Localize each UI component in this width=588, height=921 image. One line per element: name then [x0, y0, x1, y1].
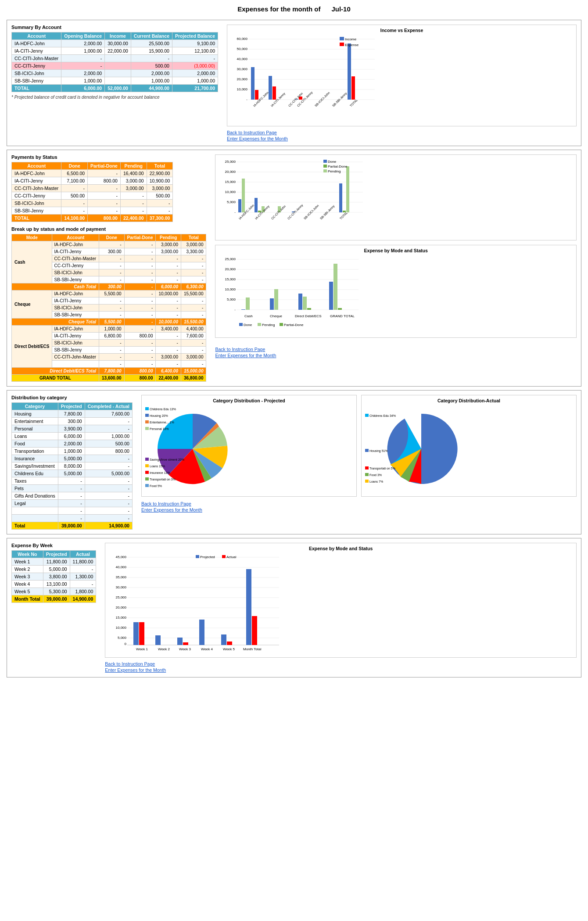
- table-row: Savings/Investment 8,000.00 -: [12, 462, 133, 470]
- svg-rect-117: [145, 477, 149, 480]
- section3-left: Distribution by category Category Projec…: [11, 395, 133, 530]
- col-opening: Opening Balance: [61, 32, 105, 40]
- summary-footnote: * Projected balance of credit card is de…: [11, 95, 218, 100]
- svg-text:35,000: 35,000: [116, 575, 127, 579]
- actual-pie: Category Distribution-Actual: [361, 395, 577, 497]
- svg-rect-155: [183, 642, 188, 645]
- table-row: - -: [12, 515, 133, 522]
- svg-rect-15: [255, 90, 258, 100]
- section2-left: Payments by Status Account Done Partial-…: [11, 154, 206, 382]
- svg-rect-50: [255, 198, 258, 212]
- svg-rect-91: [333, 264, 337, 310]
- svg-rect-109: [145, 427, 149, 430]
- breakup-table: Mode Account Done Partial-Done Pending T…: [11, 234, 206, 382]
- enter-link-1[interactable]: Enter Expenses for the Month: [227, 136, 577, 141]
- table-row: Pets - -: [12, 485, 133, 492]
- payments-chart: 25,000 20,000 15,000 10,000 5,000 -: [215, 154, 577, 240]
- table-row: Week 5 5,300.00 1,800.00: [12, 588, 96, 595]
- svg-text:GRAND TOTAL: GRAND TOTAL: [330, 314, 355, 318]
- col-income: Income: [105, 32, 131, 40]
- svg-text:Childrens Edu 34%: Childrens Edu 34%: [369, 414, 396, 417]
- svg-rect-107: [145, 420, 149, 423]
- table-row: IA-HDFC-John 2,000.00 30,000.00 25,500.0…: [12, 40, 218, 47]
- svg-rect-105: [145, 414, 149, 417]
- grand-total-row: GRAND TOTAL 13,600.00 800.00 22,400.00 3…: [12, 375, 206, 382]
- svg-text:-: -: [235, 308, 236, 312]
- projected-pie: Category Distribution - Projected: [141, 395, 357, 497]
- svg-text:Week 2: Week 2: [158, 647, 170, 651]
- svg-text:Done: Done: [328, 160, 337, 164]
- back-link-2[interactable]: Back to Instruction Page: [215, 347, 577, 352]
- svg-rect-154: [177, 638, 183, 645]
- enter-link-4[interactable]: Enter Expenses for the Month: [105, 667, 577, 673]
- svg-text:Loans 7%: Loans 7%: [369, 480, 383, 483]
- payments-total-row: TOTAL 14,100.00 800.00 22,400.00 37,300.…: [12, 215, 173, 222]
- income-expense-svg: 60,000 50,000 40,000 30,000 20,000 10,00…: [230, 35, 379, 122]
- table-row: Insurance 5,000.00 -: [12, 455, 133, 462]
- svg-text:Entertainme... 1%: Entertainme... 1%: [150, 421, 174, 424]
- svg-rect-49: [242, 179, 245, 212]
- svg-rect-67: [323, 165, 327, 168]
- payments-svg: 25,000 20,000 15,000 10,000 5,000 -: [218, 158, 367, 237]
- section3-right: Category Distribution - Projected: [141, 395, 577, 530]
- svg-text:Food 3%: Food 3%: [369, 473, 382, 477]
- svg-text:Projected: Projected: [200, 555, 215, 559]
- table-row: SB-ICICI-John 2,000.00 2,000.00 2,000.00: [12, 70, 218, 77]
- svg-rect-167: [196, 555, 199, 558]
- svg-rect-84: [246, 297, 250, 310]
- table-row: SB-SBI-Jenny 1,000.00 1,000.00 1,000.00: [12, 77, 218, 85]
- svg-rect-55: [339, 183, 342, 212]
- p-col-account: Account: [12, 162, 61, 170]
- svg-rect-32: [340, 37, 344, 40]
- svg-text:TOTAL: TOTAL: [349, 98, 359, 108]
- enter-link-2[interactable]: Enter Expenses for the Month: [215, 353, 577, 358]
- svg-rect-89: [307, 308, 311, 310]
- svg-text:5,000: 5,000: [227, 200, 236, 204]
- subtotal-row: Direct Debit/ECS Total 7,800.00 800.00 6…: [12, 368, 206, 375]
- p-col-done: Done: [61, 162, 88, 170]
- svg-text:Actual: Actual: [226, 555, 236, 559]
- svg-text:Expense: Expense: [345, 43, 359, 47]
- section2-panel: Payments by Status Account Done Partial-…: [7, 150, 581, 387]
- svg-rect-153: [155, 635, 161, 645]
- svg-text:15,000: 15,000: [225, 277, 236, 281]
- p-col-pending: Pending: [120, 162, 147, 170]
- svg-text:15,000: 15,000: [116, 616, 127, 620]
- svg-text:25,000: 25,000: [116, 595, 127, 599]
- section2b-title: Break up by status and mode of payment: [11, 226, 206, 232]
- enter-link-3[interactable]: Enter Expenses for the Month: [141, 507, 577, 512]
- svg-text:10,000: 10,000: [225, 287, 236, 291]
- svg-text:Partial-Done: Partial-Done: [284, 323, 304, 327]
- svg-text:40,000: 40,000: [116, 565, 127, 569]
- section4-links: Back to Instruction Page Enter Expenses …: [105, 661, 577, 673]
- svg-text:Transportati on 5%: Transportati on 5%: [369, 467, 395, 470]
- svg-text:Cheque: Cheque: [270, 314, 283, 318]
- svg-rect-65: [323, 160, 327, 163]
- table-row: Cash IA-HDFC-John - - 3,000.00 3,000.00: [12, 241, 206, 248]
- section2-right: 25,000 20,000 15,000 10,000 5,000 -: [215, 154, 577, 382]
- svg-rect-103: [145, 407, 149, 410]
- back-link-4[interactable]: Back to Instruction Page: [105, 661, 577, 667]
- svg-text:45,000: 45,000: [116, 555, 127, 559]
- table-row: CC-CITI-Jenny 500.00 - - 500.00: [12, 192, 173, 200]
- section4-panel: Expense By Week Week No Projected Actual…: [7, 538, 581, 677]
- back-link-1[interactable]: Back to Instruction Page: [227, 130, 577, 135]
- back-link-3[interactable]: Back to Instruction Page: [141, 501, 577, 506]
- svg-text:Insurance 13%: Insurance 13%: [150, 471, 170, 474]
- svg-text:Cash: Cash: [244, 314, 253, 318]
- svg-text:-: -: [235, 210, 236, 214]
- svg-text:Done: Done: [244, 323, 252, 327]
- svg-rect-160: [252, 616, 257, 645]
- svg-text:Transportati on 3%: Transportati on 3%: [150, 478, 176, 481]
- svg-rect-24: [351, 76, 355, 100]
- col-projected: Projected Balance: [172, 32, 218, 40]
- table-row: Entertainment 300.00 -: [12, 418, 133, 425]
- table-row: Housing 7,800.00 7,600.00: [12, 410, 133, 418]
- section1-title: Summary By Account: [11, 25, 218, 30]
- svg-text:10,000: 10,000: [225, 190, 236, 194]
- svg-text:5,000: 5,000: [118, 636, 127, 640]
- table-row: IA-HDFC-John 6,500.00 - 16,400.00 22,900…: [12, 170, 173, 177]
- svg-text:30,000: 30,000: [116, 585, 127, 589]
- svg-rect-169: [222, 555, 226, 558]
- svg-text:20,000: 20,000: [237, 77, 248, 81]
